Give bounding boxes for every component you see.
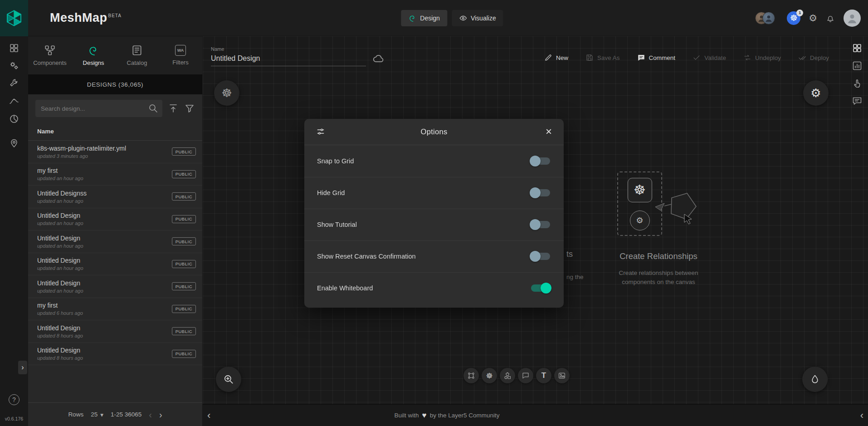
settings-gear-icon[interactable]: ⚙ (809, 13, 817, 23)
design-name-input[interactable] (211, 54, 366, 66)
comment-button[interactable]: Comment (637, 54, 676, 62)
help-icon[interactable]: ? (9, 394, 20, 405)
shapes-icon (503, 372, 512, 380)
chart-panel-icon[interactable] (852, 60, 863, 71)
check-icon (692, 54, 701, 62)
user-avatar[interactable] (844, 10, 861, 27)
design-list-item[interactable]: Untitled Designss updated an hour ago PU… (28, 186, 202, 208)
configuration-wrench-icon[interactable] (9, 78, 20, 89)
performance-icon[interactable] (9, 96, 20, 107)
tab-catalog[interactable]: Catalog (115, 36, 159, 74)
rows-label: Rows (68, 411, 83, 418)
layer5-logo[interactable] (0, 0, 28, 36)
panel-expander[interactable]: › (18, 361, 27, 374)
kubernetes-icon: ☸ (634, 183, 646, 197)
module-nodes-icon (467, 372, 475, 380)
design-list-item[interactable]: Untitled Design updated an hour ago PUBL… (28, 253, 202, 276)
whiteboard-ink-button[interactable] (802, 367, 828, 392)
design-updated: updated an hour ago (37, 176, 172, 181)
visibility-badge: PUBLIC (172, 170, 196, 178)
design-name: Untitled Design (37, 279, 172, 287)
design-name: my first (37, 167, 172, 174)
tab-designs[interactable]: Designs (72, 36, 115, 74)
widgets-grid-icon[interactable] (852, 43, 863, 54)
visibility-badge: PUBLIC (172, 327, 196, 335)
option-label: Snap to Grid (317, 157, 354, 165)
extensions-icon[interactable] (9, 113, 20, 124)
kubernetes-tool-button[interactable]: ☸ (482, 368, 497, 383)
import-design-icon[interactable] (168, 103, 179, 114)
design-list-item[interactable]: Untitled Design updated an hour ago PUBL… (28, 230, 202, 253)
relationship-hint-title: Create Relationships (579, 251, 738, 261)
toggle-switch[interactable] (531, 189, 550, 196)
person-icon (845, 11, 859, 25)
rows-per-page-select[interactable]: 25 ▾ (91, 411, 103, 418)
design-list-item[interactable]: my first updated 6 hours ago PUBLIC (28, 298, 202, 321)
tab-label: Components (33, 59, 67, 66)
design-list-item[interactable]: Untitled Design updated an hour ago PUBL… (28, 208, 202, 231)
design-list-item[interactable]: Untitled Design updated 8 hours ago PUBL… (28, 320, 202, 343)
next-page-chevron-icon[interactable]: › (159, 410, 162, 419)
options-modal: Options × Snap to Grid Hide Grid Show Tu… (304, 119, 564, 308)
design-list-item[interactable]: Untitled Design updated 8 hours ago PUBL… (28, 343, 202, 366)
chat-panel-icon[interactable] (852, 96, 863, 107)
tab-label: Designs (83, 59, 104, 66)
undeploy-button[interactable]: Undeploy (743, 54, 781, 62)
canvas-bottom-toolbar: ☸ T (463, 368, 570, 383)
design-list-item[interactable]: my first updated an hour ago PUBLIC (28, 163, 202, 186)
visualize-mode-button[interactable]: Visualize (452, 10, 503, 26)
collaborator-avatar[interactable] (762, 12, 775, 24)
search-input[interactable] (35, 100, 162, 117)
tab-components[interactable]: Components (28, 36, 72, 74)
pagination: Rows 25 ▾ 1-25 36065 ‹ › (28, 402, 202, 426)
shapes-tool-button[interactable] (500, 368, 515, 383)
close-icon[interactable]: × (546, 126, 564, 137)
app-header: MeshMapBETA Design Visualize ☸ 1 (0, 0, 868, 36)
notifications-bell-icon[interactable] (825, 13, 835, 23)
toggle-knob (530, 187, 541, 198)
touch-interaction-icon[interactable] (852, 78, 863, 89)
filter-funnel-icon[interactable] (184, 103, 195, 114)
design-name: Untitled Design (37, 347, 172, 354)
tab-filters[interactable]: WA Filters (159, 36, 202, 74)
zoom-button[interactable] (216, 367, 241, 392)
toggle-switch[interactable] (531, 253, 550, 260)
deploy-button[interactable]: Deploy (798, 54, 829, 62)
toggle-switch[interactable] (531, 221, 550, 228)
gear-icon: ⚙ (810, 87, 821, 99)
relationship-hint-description: Create relationships between components … (606, 269, 711, 287)
option-row: Snap to Grid (304, 145, 564, 177)
design-list-item[interactable]: Untitled Design updated an hour ago PUBL… (28, 275, 202, 298)
option-row: Show Reset Canvas Confirmation (304, 240, 564, 272)
toggle-switch[interactable] (531, 284, 550, 292)
option-label: Show Tutorial (317, 221, 357, 228)
kubernetes-icon: ☸ (790, 14, 798, 22)
components-tool-button[interactable] (463, 368, 479, 383)
canvas-settings-button[interactable]: ⚙ (803, 80, 829, 106)
kubernetes-context[interactable]: ☸ 1 (787, 11, 800, 25)
media-tool-button[interactable] (554, 368, 570, 383)
design-mode-label: Design (420, 15, 440, 22)
kubernetes-context-button[interactable]: ☸ (214, 80, 239, 106)
text-tool-button[interactable]: T (536, 368, 551, 383)
tune-sliders-icon (304, 127, 325, 136)
visibility-badge: PUBLIC (172, 260, 196, 268)
layer5-hexagon-icon (5, 9, 23, 27)
prev-page-chevron-icon[interactable]: ‹ (149, 410, 152, 419)
collapse-left-chevron-icon[interactable]: ‹ (203, 405, 215, 426)
dashboard-icon[interactable] (9, 43, 20, 54)
validate-button[interactable]: Validate (692, 54, 726, 62)
new-button[interactable]: New (544, 54, 568, 62)
undeploy-arrows-icon (743, 54, 751, 62)
save-as-button[interactable]: Save As (585, 54, 620, 62)
design-name: Untitled Design (37, 235, 172, 242)
kubernetes-component-node: ⚙ (630, 211, 650, 230)
comment-tool-button[interactable] (518, 368, 533, 383)
meshmap-pin-icon[interactable] (9, 137, 20, 148)
lifecycle-icon[interactable] (9, 60, 20, 71)
toggle-switch[interactable] (531, 157, 550, 165)
design-list-item[interactable]: k8s-wasm-plugin-ratelimiter.yml updated … (28, 141, 202, 163)
kubernetes-icon: ☸ (221, 87, 232, 99)
design-mode-button[interactable]: Design (401, 10, 447, 26)
collapse-right-chevron-icon[interactable]: ‹ (856, 405, 868, 426)
